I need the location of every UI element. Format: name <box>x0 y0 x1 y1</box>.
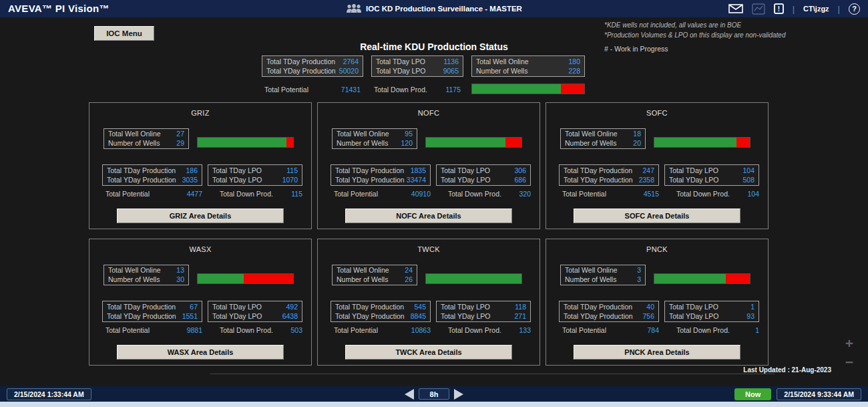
tday-prod-label: Total TDay Production <box>266 57 335 66</box>
summary-lpo-box: Total TDay LPO 1136 Total YDay LPO 9065 <box>371 55 463 77</box>
tday-prod-value: 247 <box>642 166 654 175</box>
area-details-button[interactable]: NOFC Area Details <box>345 209 512 223</box>
potential-value: 9881 <box>168 326 202 334</box>
last-updated-text: Last Updated : 21-Aug-2023 <box>743 366 831 374</box>
tday-lpo-value: 115 <box>286 166 298 175</box>
down-prod-label: Total Down Prod. <box>220 326 284 334</box>
potential-label: Total Potential <box>105 190 168 198</box>
mail-icon[interactable] <box>728 4 743 13</box>
well-online-label: Total Well Online <box>108 266 161 275</box>
area-potential-row: Total Potential 9881 Total Down Prod. 50… <box>105 326 302 334</box>
tday-lpo-label: Total TDay LPO <box>669 302 718 311</box>
area-details-button[interactable]: GRIZ Area Details <box>117 209 284 223</box>
yday-prod-label: Total YDay Production <box>335 311 405 321</box>
yday-lpo-value: 686 <box>514 175 526 184</box>
down-prod-value: 320 <box>512 190 531 198</box>
zoom-in-button[interactable]: + <box>845 337 853 350</box>
yday-prod-value: 3035 <box>182 175 198 184</box>
alert-icon[interactable]: ! <box>774 3 784 14</box>
well-online-label: Total Well Online <box>565 130 618 139</box>
bottom-strip <box>0 402 868 407</box>
help-icon[interactable]: ? <box>849 3 860 15</box>
tday-lpo-value: 306 <box>514 166 526 175</box>
duration-box[interactable]: 8h <box>419 388 449 400</box>
yday-lpo-value: 93 <box>746 311 754 321</box>
area-panel: PNCK Total Well Online 3 Number of Wells… <box>546 239 769 366</box>
tday-lpo-label: Total TDay LPO <box>669 166 718 175</box>
area-panel: WASX Total Well Online 13 Number of Well… <box>89 239 312 366</box>
down-prod-label: Total Down Prod. <box>448 190 512 198</box>
now-button[interactable]: Now <box>734 388 771 400</box>
yday-prod-label: Total YDay Production <box>107 311 176 321</box>
time-right-group: Now 2/15/2024 9:33:44 AM <box>734 388 861 400</box>
well-online-value: 13 <box>176 266 184 275</box>
tday-prod-label: Total TDay Production <box>564 302 632 311</box>
display-title: IOC KD Production Surveillance - MASTER <box>366 5 522 13</box>
area-wells-box: Total Well Online 95 Number of Wells 120 <box>332 128 417 149</box>
area-wells-online-bar <box>654 273 750 284</box>
yday-lpo-label: Total YDay LPO <box>212 175 262 184</box>
tday-prod-value: 40 <box>646 302 654 311</box>
step-forward-arrow[interactable] <box>454 389 463 400</box>
potential-value: 784 <box>625 326 659 334</box>
well-online-label: Total Well Online <box>108 130 161 139</box>
down-prod-label: Total Down Prod. <box>676 190 740 198</box>
users-group-icon <box>346 4 362 13</box>
tday-lpo-label: Total TDay LPO <box>376 57 425 66</box>
summary-potential-line: Total Potential 71431 <box>262 82 363 94</box>
area-details-button[interactable]: WASX Area Details <box>117 345 284 360</box>
well-online-label: Total Well Online <box>337 130 389 139</box>
zoom-out-button[interactable]: − <box>845 356 853 369</box>
tday-prod-label: Total TDay Production <box>107 166 176 175</box>
area-production-box: Total TDay Production 40 Total YDay Prod… <box>559 301 659 322</box>
pi-vision-dashboard: AVEVA™ PI Vision™ IOC KD Production Surv… <box>0 0 868 407</box>
yday-prod-label: Total YDay Production <box>266 66 336 76</box>
area-title: SOFC <box>546 109 768 117</box>
area-wells-online-bar <box>425 273 522 284</box>
area-title: NOFC <box>318 109 539 117</box>
potential-label: Total Potential <box>334 326 397 334</box>
tday-prod-value: 1835 <box>411 166 426 175</box>
user-name[interactable]: CT\jzgz <box>803 5 829 13</box>
area-wells-online-bar <box>197 137 294 148</box>
yday-prod-value: 2358 <box>639 175 654 184</box>
tday-prod-value: 2764 <box>343 57 359 66</box>
summary-wells-online-bar-fill <box>472 84 561 94</box>
step-back-arrow[interactable] <box>405 389 414 400</box>
area-production-box: Total TDay Production 186 Total YDay Pro… <box>102 164 202 186</box>
area-wells-box: Total Well Online 18 Number of Wells 20 <box>560 128 646 149</box>
potential-value: 4477 <box>168 190 202 198</box>
tday-prod-label: Total TDay Production <box>107 302 176 311</box>
aveva-pi-vision-logo: AVEVA™ PI Vision™ <box>8 3 110 14</box>
header-divider: | <box>838 4 840 14</box>
ioc-menu-button[interactable]: IOC Menu <box>94 26 154 41</box>
tday-lpo-label: Total TDay LPO <box>212 166 262 175</box>
tday-prod-label: Total TDay Production <box>335 302 404 311</box>
tday-prod-label: Total TDay Production <box>335 166 404 175</box>
area-wells-online-bar <box>197 273 294 284</box>
area-wells-box: Total Well Online 3 Number of Wells 3 <box>560 265 646 285</box>
area-details-button[interactable]: TWCK Area Details <box>345 345 512 360</box>
trend-chart-icon[interactable] <box>752 3 765 15</box>
num-wells-label: Number of Wells <box>565 275 616 285</box>
well-online-value: 18 <box>633 130 641 139</box>
well-online-value: 27 <box>176 130 184 139</box>
area-wells-box: Total Well Online 24 Number of Wells 26 <box>332 265 417 285</box>
area-details-button[interactable]: SOFC Area Details <box>574 209 740 223</box>
potential-value: 4515 <box>625 190 659 198</box>
start-time-box[interactable]: 2/15/2024 1:33:44 AM <box>7 388 91 400</box>
down-prod-value: 1175 <box>445 86 461 94</box>
down-prod-label: Total Down Prod. <box>676 326 740 334</box>
time-step-controls: 8h <box>405 388 463 400</box>
summary-wells-online-bar <box>471 84 585 94</box>
well-online-label: Total Well Online <box>565 266 618 275</box>
yday-lpo-value: 1070 <box>282 175 298 184</box>
end-time-box[interactable]: 2/15/2024 9:33:44 AM <box>777 388 861 400</box>
tday-lpo-value: 118 <box>515 302 526 311</box>
time-range-bar: 2/15/2024 1:33:44 AM 8h Now 2/15/2024 9:… <box>0 386 868 402</box>
area-details-button[interactable]: PNCK Area Details <box>574 345 740 360</box>
num-wells-value: 3 <box>637 275 641 285</box>
tday-prod-value: 186 <box>186 166 198 175</box>
tday-lpo-label: Total TDay LPO <box>441 302 490 311</box>
down-prod-label: Total Down Prod. <box>374 86 427 94</box>
